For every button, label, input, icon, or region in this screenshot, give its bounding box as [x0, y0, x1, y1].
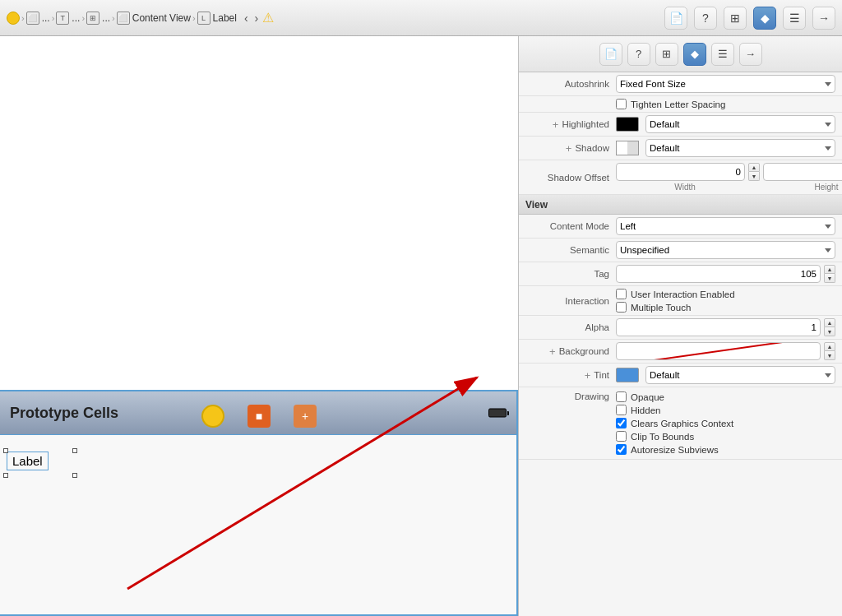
- device-icon-circle[interactable]: [200, 403, 226, 429]
- highlighted-label: Highlighted: [562, 119, 609, 129]
- tag-group: 105 ▲ ▼: [616, 265, 835, 283]
- tag-down[interactable]: ▼: [824, 274, 835, 283]
- autoresize-checkbox[interactable]: [616, 444, 627, 455]
- tag-value: 105 ▲ ▼: [616, 265, 835, 283]
- panel-forward-button[interactable]: →: [739, 43, 762, 66]
- panel-object-button[interactable]: ⊞: [655, 43, 678, 66]
- handle-tr: [72, 448, 77, 453]
- hidden-checkbox[interactable]: [616, 405, 627, 415]
- semantic-row: Semantic Unspecified: [519, 239, 842, 262]
- device-icon-cube[interactable]: ■: [246, 403, 272, 429]
- opaque-checkbox[interactable]: [616, 391, 627, 402]
- help-button[interactable]: ?: [694, 7, 717, 30]
- tint-plus-icon: +: [585, 369, 591, 382]
- cell-content: Label: [0, 434, 516, 614]
- autoresize-row: Autoresize Subviews: [616, 444, 835, 455]
- user-interaction-checkbox[interactable]: [616, 289, 627, 299]
- alpha-input[interactable]: 1: [616, 318, 821, 336]
- highlighted-value: Default: [616, 115, 835, 133]
- shadow-offset-labels: Width Height: [616, 183, 842, 192]
- interaction-row: Interaction User Interaction Enabled Mul…: [519, 286, 842, 316]
- background-plus-icon: +: [549, 345, 556, 358]
- clears-graphics-label: Clears Graphics Context: [631, 419, 733, 428]
- tint-label: Tint: [594, 370, 609, 380]
- file-inspector-button[interactable]: 📄: [664, 7, 687, 30]
- breadcrumb-item-4[interactable]: ⬜ Content View: [117, 12, 191, 25]
- alpha-down[interactable]: ▼: [824, 327, 835, 336]
- battery-icon: [488, 409, 507, 418]
- breadcrumb-icon-5: L: [197, 12, 210, 25]
- handle-bl: [3, 473, 8, 478]
- breadcrumb-icon-4: ⬜: [117, 12, 130, 25]
- background-down[interactable]: ▼: [824, 351, 835, 360]
- background-value: ▲ ▼: [616, 342, 835, 360]
- breadcrumb-sep-2: ›: [81, 13, 85, 23]
- alpha-value: 1 ▲ ▼: [616, 318, 835, 336]
- breadcrumb-item-1[interactable]: ⬜ ...: [26, 12, 50, 25]
- highlighted-color-swatch[interactable]: [616, 117, 639, 132]
- object-library-button[interactable]: ⊞: [724, 7, 747, 30]
- breadcrumb-nav[interactable]: ‹ ›: [242, 12, 261, 25]
- content-mode-select[interactable]: Left: [616, 217, 835, 235]
- multiple-touch-label: Multiple Touch: [631, 303, 691, 313]
- shadow-color-swatch[interactable]: [616, 141, 639, 155]
- tag-up[interactable]: ▲: [824, 265, 835, 274]
- background-group: ▲ ▼: [616, 342, 835, 360]
- canvas-white: [0, 36, 518, 390]
- breadcrumb-item-3[interactable]: ⊞ ...: [86, 12, 110, 25]
- breadcrumb-sep-0: ›: [21, 13, 25, 23]
- toolbar-right: 📄 ? ⊞ ◆ ☰ →: [664, 7, 835, 30]
- autoshrink-label: Autoshrink: [525, 79, 616, 89]
- breadcrumb-back-button[interactable]: ‹: [242, 12, 251, 25]
- panel-help-button[interactable]: ?: [627, 43, 650, 66]
- hidden-label: Hidden: [631, 405, 660, 415]
- opaque-label: Opaque: [631, 392, 664, 402]
- user-interaction-label: User Interaction Enabled: [631, 289, 735, 299]
- tag-row: Tag 105 ▲ ▼: [519, 262, 842, 286]
- shadow-height-input[interactable]: -1: [763, 163, 842, 181]
- panel-attributes-button[interactable]: ◆: [683, 43, 706, 66]
- tint-color-swatch[interactable]: [616, 368, 639, 382]
- attributes-inspector-button[interactable]: ◆: [753, 7, 776, 30]
- user-interaction-row: User Interaction Enabled: [616, 289, 835, 299]
- tag-input[interactable]: 105: [616, 265, 821, 283]
- tag-label: Tag: [525, 269, 616, 279]
- forward-button[interactable]: →: [812, 7, 835, 30]
- multiple-touch-checkbox[interactable]: [616, 302, 627, 313]
- shadow-row: + Shadow Default: [519, 137, 842, 160]
- semantic-select[interactable]: Unspecified: [616, 241, 835, 259]
- background-red-line: [618, 342, 819, 360]
- background-swatch-area[interactable]: [616, 342, 821, 360]
- breadcrumb-item-2[interactable]: T ...: [56, 12, 80, 25]
- multiple-touch-row: Multiple Touch: [616, 302, 835, 313]
- tighten-checkbox[interactable]: [616, 99, 627, 109]
- label-selected[interactable]: Label: [7, 452, 49, 470]
- device-icon-square[interactable]: +: [292, 403, 318, 429]
- autoshrink-select[interactable]: Fixed Font Size: [616, 75, 835, 93]
- alpha-up[interactable]: ▲: [824, 318, 835, 327]
- shadow-color-row: Default: [616, 139, 835, 157]
- shadow-width-up[interactable]: ▲: [748, 163, 760, 172]
- tint-select[interactable]: Default: [645, 366, 835, 384]
- alpha-stepper: ▲ ▼: [824, 318, 835, 336]
- highlighted-select[interactable]: Default: [645, 115, 835, 133]
- breadcrumb-icon-1: ⬜: [26, 12, 39, 25]
- handle-br: [72, 473, 77, 478]
- clears-graphics-checkbox[interactable]: [616, 418, 627, 428]
- shadow-width-down[interactable]: ▼: [748, 172, 760, 181]
- shadow-width-input[interactable]: 0: [616, 163, 745, 181]
- background-up[interactable]: ▲: [824, 342, 835, 351]
- connections-inspector-button[interactable]: ☰: [783, 7, 806, 30]
- battery-status: [488, 409, 507, 418]
- panel-file-button[interactable]: 📄: [599, 43, 622, 66]
- breadcrumb-item-5[interactable]: L Label: [197, 12, 237, 25]
- shadow-select[interactable]: Default: [645, 139, 835, 157]
- tint-row: + Tint Default: [519, 364, 842, 387]
- warning-icon: ⚠: [262, 10, 274, 25]
- clip-bounds-checkbox[interactable]: [616, 431, 627, 442]
- breadcrumb-item-0[interactable]: [7, 12, 20, 25]
- canvas-area: Prototype Cells Label: [0, 36, 518, 616]
- tighten-label: Tighten Letter Spacing: [631, 100, 725, 109]
- panel-connections-button[interactable]: ☰: [711, 43, 734, 66]
- breadcrumb-forward-button[interactable]: ›: [252, 12, 261, 25]
